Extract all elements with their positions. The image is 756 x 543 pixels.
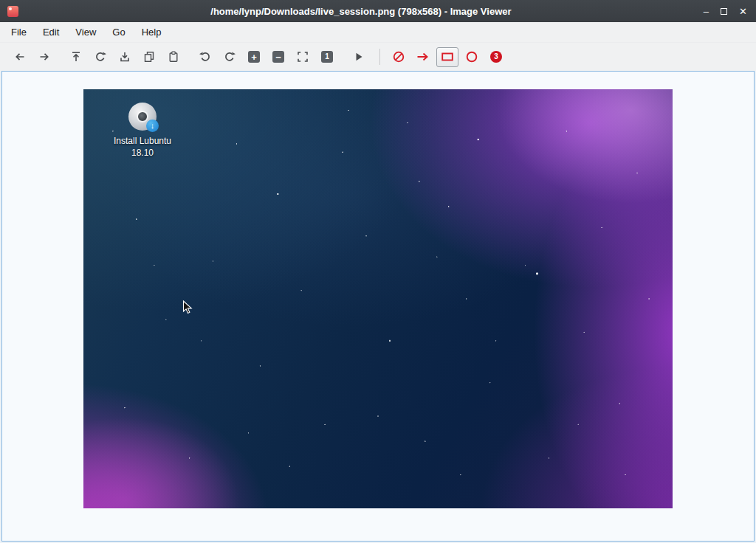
circle-annotation-icon (465, 50, 478, 63)
annotation-rectangle-button[interactable] (436, 47, 458, 67)
zoom-out-icon: − (272, 51, 284, 63)
window-title: /home/lynp/Downloads/live_session.png (7… (18, 6, 704, 17)
app-icon (7, 6, 18, 17)
close-button[interactable]: ✕ (739, 7, 747, 16)
titlebar: /home/lynp/Downloads/live_session.png (7… (0, 0, 756, 22)
play-icon (353, 51, 365, 63)
slideshow-group (348, 47, 370, 67)
toolbar-separator (379, 49, 380, 65)
nav-group (9, 47, 55, 67)
reload-button[interactable] (89, 47, 111, 67)
menu-edit[interactable]: Edit (35, 23, 67, 41)
rotate-counterclockwise-button[interactable] (219, 47, 241, 67)
rotate-counterclockwise-icon (224, 51, 236, 63)
menu-help[interactable]: Help (134, 23, 170, 41)
previous-icon (14, 51, 26, 63)
zoom-in-button[interactable]: + (243, 47, 265, 67)
maximize-icon (721, 8, 727, 15)
no-annotation-icon (392, 50, 405, 63)
annotation-circle-button[interactable] (461, 47, 483, 67)
original-size-icon: 1 (321, 51, 333, 63)
rotate-clockwise-icon (199, 51, 211, 63)
save-icon (119, 51, 131, 63)
next-icon (38, 51, 50, 63)
copy-button[interactable] (138, 47, 160, 67)
rectangle-annotation-icon (441, 50, 454, 63)
menu-view[interactable]: View (67, 23, 104, 41)
paste-button[interactable] (162, 47, 185, 67)
displayed-image: ↓ Install Lubuntu 18.10 (83, 89, 673, 508)
copy-icon (143, 51, 155, 63)
annotation-none-button[interactable] (388, 47, 410, 67)
download-badge-icon: ↓ (146, 120, 159, 132)
mouse-cursor (182, 300, 193, 315)
annotation-arrow-button[interactable] (412, 47, 434, 67)
zoom-out-button[interactable]: − (267, 47, 289, 67)
file-group (65, 47, 185, 67)
menu-file[interactable]: File (3, 23, 35, 41)
next-button[interactable] (33, 47, 55, 67)
upload-button[interactable] (65, 47, 87, 67)
cd-disc-icon: ↓ (128, 103, 157, 131)
fit-window-icon (297, 51, 309, 63)
image-viewer-canvas[interactable]: ↓ Install Lubuntu 18.10 (1, 71, 755, 542)
previous-button[interactable] (9, 47, 31, 67)
annotation-number-button[interactable]: 3 (485, 47, 507, 67)
reload-icon (94, 51, 106, 63)
fit-window-button[interactable] (292, 47, 314, 67)
slideshow-button[interactable] (348, 47, 370, 67)
rotate-clockwise-button[interactable] (194, 47, 216, 67)
save-button[interactable] (114, 47, 136, 67)
toolbar: + − 1 3 (0, 43, 756, 71)
number-annotation-icon: 3 (490, 51, 502, 63)
maximize-button[interactable] (721, 7, 727, 16)
original-size-button[interactable]: 1 (316, 47, 338, 67)
arrow-annotation-icon (416, 50, 430, 63)
upload-icon (70, 51, 82, 63)
minimize-button[interactable]: – (704, 7, 709, 16)
install-lubuntu-desktop-icon: ↓ Install Lubuntu 18.10 (100, 103, 185, 159)
paste-icon (168, 51, 179, 63)
annotation-group: 3 (388, 47, 507, 67)
window-controls: – ✕ (704, 7, 747, 16)
desktop-icon-label: Install Lubuntu 18.10 (100, 135, 185, 159)
menu-bar: File Edit View Go Help (0, 22, 756, 43)
zoom-group: + − 1 (194, 47, 338, 67)
zoom-in-icon: + (248, 51, 260, 63)
menu-go[interactable]: Go (104, 23, 133, 41)
